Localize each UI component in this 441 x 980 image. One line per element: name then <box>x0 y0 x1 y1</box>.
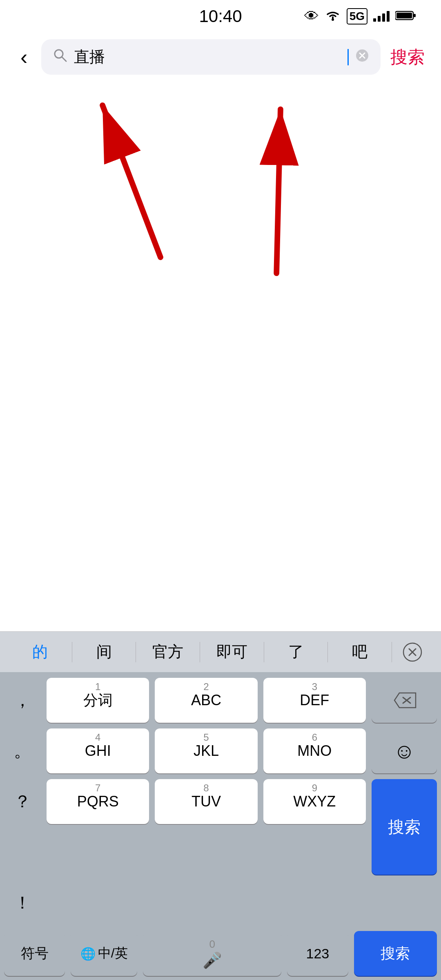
keyboard-main: ， 1 分词 2 ABC 3 DEF <box>0 672 441 980</box>
keyboard-search-button[interactable]: 搜索 <box>354 931 437 976</box>
punct-period[interactable]: 。 <box>4 728 41 773</box>
clear-button[interactable] <box>355 49 369 66</box>
status-icons: 👁 5G <box>304 8 416 25</box>
predictive-item-1[interactable]: 间 <box>72 637 136 666</box>
key-3-def[interactable]: 3 DEF <box>263 678 366 723</box>
key-7-pqrs[interactable]: 7 PQRS <box>47 779 149 824</box>
wifi-icon <box>325 8 341 25</box>
punct-question[interactable]: ？ <box>4 779 41 824</box>
punct-exclaim[interactable]: ！ <box>4 880 41 925</box>
battery-icon <box>395 10 416 23</box>
key-1-fenci[interactable]: 1 分词 <box>47 678 149 723</box>
svg-rect-4 <box>387 11 390 22</box>
svg-rect-3 <box>382 13 385 22</box>
status-bar: 10:40 👁 5G <box>0 0 441 33</box>
predictive-items: 的 间 官方 即可 了 吧 <box>8 637 392 666</box>
svg-rect-7 <box>396 13 412 18</box>
space-key[interactable]: 0 🎤 <box>143 931 281 976</box>
svg-line-16 <box>276 109 281 274</box>
globe-icon: 🌐 <box>80 947 96 961</box>
predictive-item-0[interactable]: 的 <box>8 637 72 666</box>
search-key[interactable]: 搜索 <box>372 779 437 875</box>
punct-comma[interactable]: ， <box>4 678 41 723</box>
predictive-item-3[interactable]: 即可 <box>200 637 264 666</box>
eye-icon: 👁 <box>304 8 319 25</box>
key-9-wxyz[interactable]: 9 WXYZ <box>263 779 366 824</box>
nums-key[interactable]: 123 <box>287 931 348 976</box>
predictive-item-5[interactable]: 吧 <box>328 637 392 666</box>
predictive-row: 的 间 官方 即可 了 吧 <box>0 631 441 672</box>
key-2-abc[interactable]: 2 ABC <box>155 678 257 723</box>
signal-icon <box>373 9 390 23</box>
svg-point-0 <box>332 18 334 21</box>
svg-rect-1 <box>373 18 376 22</box>
svg-line-9 <box>62 57 66 61</box>
text-cursor <box>347 49 349 65</box>
key-6-mno[interactable]: 6 MNO <box>263 728 366 773</box>
key-8-tuv[interactable]: 8 TUV <box>155 779 257 824</box>
svg-rect-6 <box>414 14 416 17</box>
predictive-delete-button[interactable] <box>392 642 433 662</box>
keyboard-bottom-row: 符号 🌐 中/英 0 🎤 123 搜索 <box>4 931 437 976</box>
svg-line-15 <box>102 105 160 257</box>
delete-key[interactable] <box>372 678 437 723</box>
key-5-jkl[interactable]: 5 JKL <box>155 728 257 773</box>
predictive-item-4[interactable]: 了 <box>264 637 328 666</box>
mic-icon: 🎤 <box>203 951 222 969</box>
arrow-annotations <box>0 81 441 473</box>
fuhao-key[interactable]: 符号 <box>4 931 65 976</box>
emoji-key[interactable]: ☺ <box>372 728 437 773</box>
search-input-wrapper[interactable]: 直播 <box>41 39 381 75</box>
back-button[interactable]: ‹ <box>16 45 31 69</box>
5g-icon: 5G <box>347 8 368 24</box>
search-bar-row: ‹ 直播 搜索 <box>0 33 441 81</box>
main-content <box>0 81 441 473</box>
lang-key[interactable]: 🌐 中/英 <box>71 931 137 976</box>
search-input[interactable]: 直播 <box>74 47 340 67</box>
keyboard-area: 的 间 官方 即可 了 吧 ， <box>0 631 441 980</box>
svg-rect-2 <box>378 16 381 22</box>
search-icon <box>53 48 67 66</box>
predictive-item-2[interactable]: 官方 <box>136 637 200 666</box>
status-time: 10:40 <box>199 7 242 26</box>
key-4-ghi[interactable]: 4 GHI <box>47 728 149 773</box>
search-button[interactable]: 搜索 <box>390 46 425 69</box>
